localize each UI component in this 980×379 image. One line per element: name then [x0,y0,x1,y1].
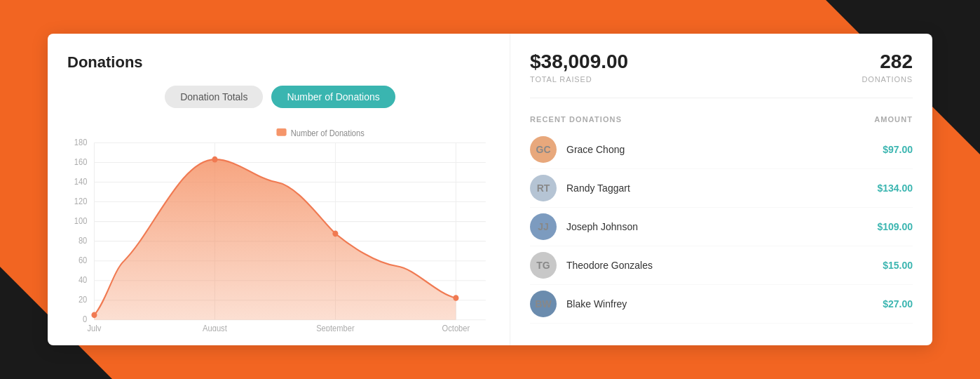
chart-point-jul [91,312,97,318]
svg-text:September: September [316,324,355,331]
donor-name: Grace Chong [566,144,883,155]
svg-text:60: 60 [79,256,87,265]
left-panel: Donations Donation Totals Number of Dona… [48,34,510,345]
chart-area: 0 20 40 60 80 100 120 140 160 180 [67,119,493,331]
svg-text:August: August [203,324,227,331]
donation-amount: $109.00 [877,221,913,232]
tab-donation-totals[interactable]: Donation Totals [165,86,263,108]
main-card: Donations Donation Totals Number of Dona… [48,34,932,345]
donation-amount: $15.00 [883,260,913,271]
tab-buttons: Donation Totals Number of Donations [67,86,493,108]
donations-count-value: 282 [880,51,913,73]
donation-row[interactable]: TGTheodore Gonzales$15.00 [530,246,913,285]
page-title: Donations [67,53,493,72]
donation-amount: $134.00 [877,182,913,194]
svg-text:October: October [442,324,470,331]
total-raised-label: TOTAL RAISED [530,75,628,84]
avatar: GC [530,136,557,163]
svg-text:40: 40 [79,276,87,284]
chart-svg: 0 20 40 60 80 100 120 140 160 180 [67,119,493,331]
donation-row[interactable]: JJJoseph Johnson$109.00 [530,208,913,246]
stats-row: $38,009.00 TOTAL RAISED 282 DONATIONS [530,51,913,98]
section-header: RECENT DONATIONS AMOUNT [530,115,913,124]
donor-name: Randy Taggart [566,182,877,194]
legend-color [276,128,286,136]
avatar: RT [530,175,557,201]
total-raised-value: $38,009.00 [530,51,628,73]
recent-donations-label: RECENT DONATIONS [530,115,622,124]
donation-row[interactable]: GCGrace Chong$97.00 [530,131,913,169]
chart-point-aug [212,157,217,163]
svg-text:100: 100 [74,217,88,225]
tab-number-of-donations[interactable]: Number of Donations [271,86,395,108]
svg-text:180: 180 [74,138,88,146]
svg-text:140: 140 [74,177,88,185]
chart-fill [94,159,456,320]
right-panel: $38,009.00 TOTAL RAISED 282 DONATIONS RE… [510,34,932,345]
donation-row[interactable]: SWSam Wilstead$73.00 [530,324,913,328]
donation-amount: $97.00 [883,144,913,155]
donor-name: Blake Winfrey [566,298,883,310]
donor-name: Theodore Gonzales [566,260,883,271]
avatar: BW [530,291,557,317]
chart-point-oct [453,295,458,301]
donation-row[interactable]: BWBlake Winfrey$27.00 [530,285,913,324]
donor-name: Joseph Johnson [566,221,877,232]
amount-header-label: AMOUNT [874,115,913,124]
avatar: TG [530,252,557,279]
svg-text:120: 120 [74,197,88,205]
chart-point-sep [332,231,338,237]
total-raised-block: $38,009.00 TOTAL RAISED [530,51,628,84]
svg-text:0: 0 [83,315,87,324]
avatar: JJ [530,213,557,240]
donations-list: GCGrace Chong$97.00RTRandy Taggart$134.0… [530,131,913,328]
svg-text:July: July [88,324,102,331]
svg-text:80: 80 [79,237,87,245]
donation-amount: $27.00 [883,298,913,310]
donations-count-block: 282 DONATIONS [862,51,913,84]
donations-count-label: DONATIONS [862,75,913,84]
svg-text:Number of Donations: Number of Donations [291,128,365,137]
svg-text:160: 160 [74,157,88,166]
svg-text:20: 20 [79,295,87,304]
donation-row[interactable]: RTRandy Taggart$134.00 [530,169,913,208]
